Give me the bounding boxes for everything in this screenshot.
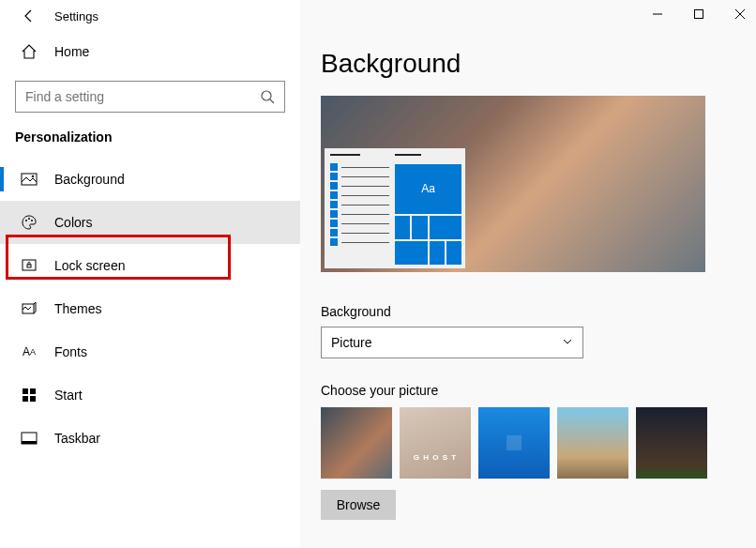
nav-item-start[interactable]: Start <box>0 373 300 417</box>
window-title: Settings <box>54 9 98 23</box>
browse-button[interactable]: Browse <box>321 490 396 520</box>
svg-point-6 <box>31 220 33 221</box>
content-area: Background Aa <box>300 0 756 548</box>
lockscreen-icon <box>21 257 38 274</box>
svg-rect-12 <box>23 396 28 402</box>
nav-item-colors[interactable]: Colors <box>0 201 300 244</box>
picture-thumb[interactable] <box>636 407 707 479</box>
search-input[interactable] <box>25 89 259 104</box>
themes-icon <box>21 300 38 317</box>
browse-button-label: Browse <box>337 497 381 512</box>
back-button[interactable] <box>21 8 38 24</box>
nav-item-label: Lock screen <box>54 258 125 273</box>
window-controls <box>647 4 750 24</box>
maximize-button[interactable] <box>688 4 709 24</box>
svg-rect-13 <box>30 396 36 402</box>
preview-sample-text: Aa <box>395 164 461 214</box>
nav-item-lockscreen[interactable]: Lock screen <box>0 244 300 287</box>
start-icon <box>21 387 38 403</box>
sidebar: Settings Home Personalization Background… <box>0 0 300 548</box>
search-icon <box>259 88 275 105</box>
nav-item-label: Fonts <box>54 344 87 359</box>
home-icon <box>21 43 38 60</box>
palette-icon <box>21 214 38 231</box>
picture-thumbnails <box>321 407 735 479</box>
category-header: Personalization <box>0 129 300 158</box>
svg-rect-11 <box>30 388 36 394</box>
page-title: Background <box>321 49 735 79</box>
svg-rect-15 <box>22 441 37 444</box>
home-label: Home <box>54 44 89 59</box>
picture-thumb[interactable] <box>400 407 471 479</box>
svg-line-1 <box>270 99 274 103</box>
svg-rect-10 <box>23 388 28 394</box>
nav-item-label: Colors <box>54 215 92 230</box>
svg-rect-8 <box>27 265 31 267</box>
svg-rect-17 <box>695 10 703 19</box>
home-nav[interactable]: Home <box>0 36 300 68</box>
nav-item-background[interactable]: Background <box>0 158 300 201</box>
picture-thumb[interactable] <box>321 407 392 479</box>
minimize-button[interactable] <box>647 4 668 24</box>
close-button[interactable] <box>730 4 750 24</box>
titlebar: Settings <box>0 0 300 36</box>
nav-item-label: Themes <box>54 301 102 316</box>
dropdown-value: Picture <box>331 335 372 350</box>
nav-list: Background Colors Lock screen Themes AA … <box>0 158 300 460</box>
preview-window-mock: Aa <box>325 148 465 268</box>
nav-item-label: Taskbar <box>54 431 100 446</box>
chevron-down-icon <box>562 335 573 350</box>
taskbar-icon <box>21 430 38 447</box>
background-type-dropdown[interactable]: Picture <box>321 327 583 358</box>
nav-item-themes[interactable]: Themes <box>0 287 300 330</box>
svg-point-0 <box>262 91 271 100</box>
choose-picture-label: Choose your picture <box>321 383 735 398</box>
svg-point-4 <box>25 220 27 221</box>
nav-item-taskbar[interactable]: Taskbar <box>0 417 300 460</box>
nav-item-fonts[interactable]: AA Fonts <box>0 330 300 373</box>
nav-item-label: Start <box>54 388 83 403</box>
nav-item-label: Background <box>54 172 125 187</box>
background-preview: Aa <box>321 96 705 272</box>
picture-thumb[interactable] <box>557 407 628 479</box>
svg-point-3 <box>32 175 35 178</box>
search-box[interactable] <box>15 81 285 113</box>
background-section-label: Background <box>321 304 735 319</box>
picture-icon <box>21 171 38 188</box>
svg-rect-9 <box>23 304 34 313</box>
fonts-icon: AA <box>21 343 38 360</box>
svg-point-5 <box>28 218 30 220</box>
picture-thumb[interactable] <box>478 407 550 479</box>
